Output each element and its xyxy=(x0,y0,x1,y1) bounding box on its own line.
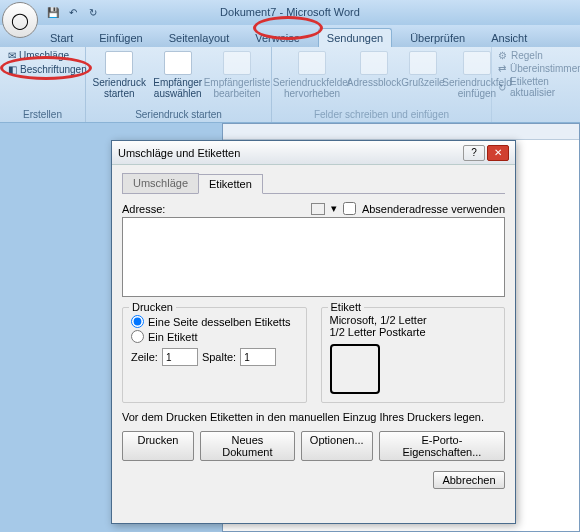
adresse-textarea[interactable] xyxy=(122,217,505,297)
empfanger-auswahlen-button[interactable]: Empfänger auswählen xyxy=(151,49,206,99)
address-book-icon[interactable] xyxy=(311,203,325,215)
zeile-spinner[interactable]: 1 xyxy=(162,348,198,366)
regeln-button: ⚙Regeln xyxy=(498,49,580,62)
drucken-legend: Drucken xyxy=(129,301,176,313)
update-labels-icon: ↻ xyxy=(498,82,506,93)
drucken-fieldset: Drucken Eine Seite desselben Etiketts Ei… xyxy=(122,307,307,403)
etikett-info-2: 1/2 Letter Postkarte xyxy=(330,326,497,338)
radio-single-label-label: Ein Etikett xyxy=(148,331,198,343)
help-button[interactable]: ? xyxy=(463,145,485,161)
tab-verweise[interactable]: Verweise xyxy=(247,29,308,47)
beschriftungen-button[interactable]: ◧Beschriftungen xyxy=(6,63,89,76)
edit-list-icon xyxy=(223,51,251,75)
titlebar: 💾 ↶ ↻ Dokument7 - Microsoft Word xyxy=(0,0,580,25)
close-button[interactable]: ✕ xyxy=(487,145,509,161)
mail-merge-icon xyxy=(105,51,133,75)
highlight-icon xyxy=(298,51,326,75)
group-erstellen-label: Erstellen xyxy=(6,107,79,122)
radio-full-page[interactable] xyxy=(131,315,144,328)
dialog-tab-umschlage[interactable]: Umschläge xyxy=(122,173,199,193)
recipients-icon xyxy=(164,51,192,75)
tab-start[interactable]: Start xyxy=(42,29,81,47)
optionen-button[interactable]: Optionen... xyxy=(301,431,373,461)
envelopes-labels-dialog: Umschläge und Etiketten ? ✕ Umschläge Et… xyxy=(111,140,516,524)
rules-icon: ⚙ xyxy=(498,50,507,61)
neues-dokument-button[interactable]: Neues Dokument xyxy=(200,431,295,461)
ruler xyxy=(223,124,579,140)
print-note: Vor dem Drucken Etiketten in den manuell… xyxy=(122,411,505,423)
etikett-legend: Etikett xyxy=(328,301,365,313)
group-seriendruck-label: Seriendruck starten xyxy=(92,107,265,122)
address-block-icon xyxy=(360,51,388,75)
envelope-icon: ✉ xyxy=(8,50,16,61)
adresse-label: Adresse: xyxy=(122,203,165,215)
radio-single-label[interactable] xyxy=(131,330,144,343)
absender-label: Absenderadresse verwenden xyxy=(362,203,505,215)
save-icon[interactable]: 💾 xyxy=(46,6,60,20)
spalte-label: Spalte: xyxy=(202,351,236,363)
tab-seitenlayout[interactable]: Seitenlayout xyxy=(161,29,238,47)
tab-ansicht[interactable]: Ansicht xyxy=(483,29,535,47)
redo-icon[interactable]: ↻ xyxy=(86,6,100,20)
ribbon: ✉Umschläge ◧Beschriftungen Erstellen Ser… xyxy=(0,47,580,123)
spalte-spinner[interactable]: 1 xyxy=(240,348,276,366)
quick-access-toolbar: 💾 ↶ ↻ xyxy=(46,6,100,20)
undo-icon[interactable]: ↶ xyxy=(66,6,80,20)
felder-hervorheben-button: Seriendruckfelder hervorheben xyxy=(278,49,346,99)
seriendruck-starten-button[interactable]: Seriendruck starten xyxy=(92,49,147,99)
chevron-down-icon[interactable]: ▾ xyxy=(331,202,337,215)
match-icon: ⇄ xyxy=(498,63,506,74)
dialog-title: Umschläge und Etiketten xyxy=(118,147,240,159)
label-preview xyxy=(330,344,380,394)
etikett-info-1: Microsoft, 1/2 Letter xyxy=(330,314,497,326)
office-button[interactable]: ◯ xyxy=(2,2,38,38)
grusszeile-button: Grußzeile xyxy=(402,49,444,88)
greeting-icon xyxy=(409,51,437,75)
zeile-label: Zeile: xyxy=(131,351,158,363)
ubereinstimmende-button: ⇄Übereinstimmende xyxy=(498,62,580,75)
empfangerliste-button[interactable]: Empfängerliste bearbeiten xyxy=(209,49,265,99)
tab-sendungen[interactable]: Sendungen xyxy=(318,28,392,47)
eporto-button[interactable]: E-Porto-Eigenschaften... xyxy=(379,431,505,461)
dialog-tab-etiketten[interactable]: Etiketten xyxy=(198,174,263,194)
umschlage-button[interactable]: ✉Umschläge xyxy=(6,49,71,62)
insert-field-icon xyxy=(463,51,491,75)
adressblock-button: Adressblock xyxy=(350,49,398,88)
abbrechen-button[interactable]: Abbrechen xyxy=(433,471,505,489)
tab-einfugen[interactable]: Einfügen xyxy=(91,29,150,47)
ribbon-tabs: Start Einfügen Seitenlayout Verweise Sen… xyxy=(0,25,580,47)
tab-uberprufen[interactable]: Überprüfen xyxy=(402,29,473,47)
etikett-fieldset[interactable]: Etikett Microsoft, 1/2 Letter 1/2 Letter… xyxy=(321,307,506,403)
window-title: Dokument7 - Microsoft Word xyxy=(220,6,360,18)
group-felder-label: Felder schreiben und einfügen xyxy=(278,107,485,122)
absender-checkbox[interactable] xyxy=(343,202,356,215)
label-icon: ◧ xyxy=(8,64,17,75)
drucken-button[interactable]: Drucken xyxy=(122,431,194,461)
etiketten-aktualisieren-button: ↻Etiketten aktualisier xyxy=(498,75,580,99)
radio-full-page-label: Eine Seite desselben Etiketts xyxy=(148,316,290,328)
